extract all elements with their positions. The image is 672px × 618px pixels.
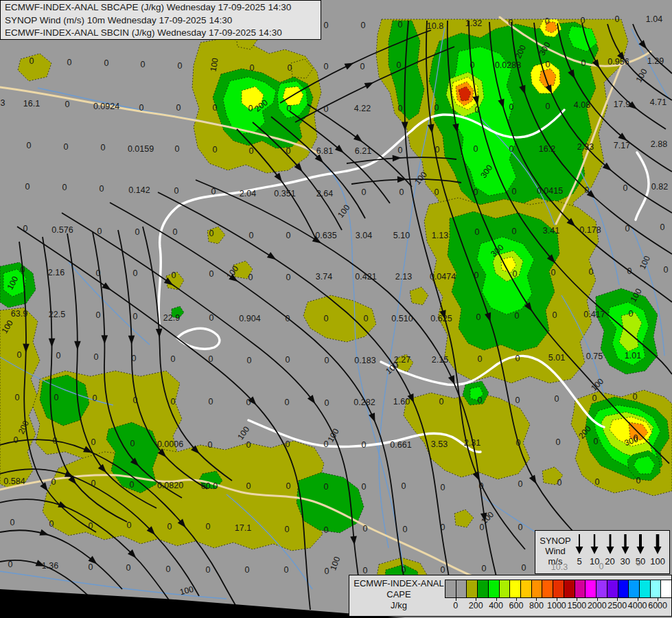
cin-value-label: 0 <box>139 103 144 113</box>
cin-value-label: 0.0415 <box>537 186 563 196</box>
cin-value-label: 0 <box>141 60 146 69</box>
cin-value-label: 2.88 <box>651 139 667 149</box>
cin-value-label: 0 <box>581 58 586 68</box>
cin-value-label: 0 <box>512 227 517 236</box>
cin-value-label: 0 <box>56 351 61 360</box>
cape-legend-labels: ECMWF-INDEX-ANAL CAPE J/kg <box>354 578 444 611</box>
cape-color-swatch <box>607 580 618 598</box>
cin-value-label: 0 <box>286 355 290 365</box>
cin-value-label: 0 <box>25 182 30 192</box>
cin-value-label: 0 <box>91 479 96 488</box>
cin-value-label: 0 <box>96 310 101 320</box>
cin-value-label: 0 <box>15 393 20 402</box>
cin-value-label: 0.75 <box>586 352 603 361</box>
cin-value-label: 60.0 <box>201 481 218 491</box>
wind-speed-value: 5 <box>577 556 581 566</box>
cin-value-label: 0.82 <box>651 182 668 192</box>
cape-legend-title: ECMWF-INDEX-ANAL <box>354 578 444 589</box>
cin-value-label: 0 <box>325 356 329 365</box>
cin-value-label: 1.36 <box>42 561 58 571</box>
cin-value-label: 0 <box>249 231 254 240</box>
cin-value-label: 0 <box>324 62 329 71</box>
cin-value-label: 4.71 <box>650 98 667 107</box>
cin-value-label: 0 <box>286 231 291 240</box>
cape-tick-label: 800 <box>529 601 544 610</box>
cin-value-label: 0 <box>664 265 669 275</box>
cape-color-swatch <box>618 580 629 598</box>
cin-value-label: 0 <box>522 563 526 573</box>
cin-value-label: 0.0288 <box>495 60 521 70</box>
cin-value-label: 0.351 <box>274 189 295 198</box>
cin-value-label: 0 <box>211 187 216 196</box>
cin-value-label: 0.178 <box>579 225 601 235</box>
cin-value-label: 3.53 <box>431 439 448 449</box>
cin-value-label: 0 <box>286 273 291 282</box>
cin-value-label: 16.2 <box>539 144 555 154</box>
cin-value-label: 10.8 <box>427 21 443 31</box>
cin-value-label: 0.417 <box>583 310 605 319</box>
cin-value-label: 0 <box>516 438 521 448</box>
cin-value-label: 0 <box>171 354 176 364</box>
cin-value-label: 0 <box>167 522 172 531</box>
cin-value-label: 0 <box>509 144 514 154</box>
wind-speed-entry: 50 <box>635 533 646 571</box>
cin-value-label: 0 <box>398 146 403 155</box>
cape-tick-label: 400 <box>489 601 503 610</box>
cin-value-label: 0 <box>441 565 445 575</box>
wind-legend-labels: SYNOP Wind m/s <box>538 533 572 571</box>
wind-legend-subtitle: Wind <box>538 546 572 556</box>
cin-value-label: 5.10 <box>393 231 410 240</box>
cin-value-label: 0 <box>557 478 562 488</box>
wind-speed-entry: 30 <box>620 533 631 571</box>
cin-value-label: 0 <box>594 437 599 446</box>
cin-value-label: 0 <box>363 524 368 534</box>
cin-value-label: 2.31 <box>464 438 480 448</box>
cin-value-label: 0 <box>518 523 523 532</box>
cin-value-label: 0 <box>546 60 551 69</box>
cin-value-label: 0 <box>398 20 403 30</box>
wind-speed-value: 20 <box>605 556 614 566</box>
cin-value-label: 7.17 <box>614 141 630 150</box>
cin-value-label: 0 <box>615 14 620 24</box>
cape-tick-label: 1500 <box>567 601 586 610</box>
cin-value-label: 0 <box>10 518 15 527</box>
cin-value-label: 0 <box>553 310 557 320</box>
cin-value-label: 0.904 <box>239 314 260 323</box>
cin-value-label: 0 <box>178 61 183 71</box>
cin-value-label: 0 <box>286 314 290 323</box>
cin-value-label: 0 <box>213 103 218 113</box>
cin-value-label: 0 <box>206 565 211 575</box>
cin-value-label: 0 <box>247 356 252 365</box>
cape-tick-label: 1000 <box>547 601 566 610</box>
cin-value-label: 0 <box>325 566 329 576</box>
cin-value-label: 2.13 <box>395 272 412 282</box>
cin-value-label: 0.661 <box>390 440 411 450</box>
cin-value-label: 6.81 <box>316 146 333 156</box>
cin-value-label: 0 <box>8 560 13 569</box>
cin-value-label: 0 <box>518 479 523 489</box>
wind-speed-value: 100 <box>650 556 665 566</box>
cin-value-label: 0 <box>23 224 28 233</box>
cin-value-label: 0 <box>91 437 96 447</box>
cin-value-label: 0 <box>629 309 634 319</box>
cin-value-label: 0 <box>470 60 475 70</box>
cin-value-label: 0 <box>595 477 600 487</box>
cape-tick-label: 6000 <box>648 601 667 610</box>
cape-color-swatch <box>445 580 456 598</box>
cin-value-label: 0 <box>636 476 641 485</box>
cin-value-label: 0.0474 <box>430 272 456 282</box>
cin-value-label: 0 <box>324 104 329 114</box>
cin-value-label: 0 <box>54 393 59 402</box>
cin-value-label: 0 <box>209 397 213 407</box>
cin-value-label: 0 <box>589 267 594 277</box>
cape-colorbar <box>445 580 672 598</box>
cin-value-label: 0 <box>101 143 106 152</box>
cin-value-label: 0 <box>324 439 329 449</box>
cin-value-label: 0.0820 <box>157 481 183 490</box>
cin-value-label: 0 <box>403 525 408 534</box>
wind-legend: SYNOP Wind m/s 5 10 20 30 50 <box>535 530 670 574</box>
cin-value-label: 0 <box>285 398 290 407</box>
cin-value-label: 3.74 <box>316 272 332 282</box>
cape-color-swatch <box>553 580 564 598</box>
cin-value-label: 0 <box>515 311 520 321</box>
